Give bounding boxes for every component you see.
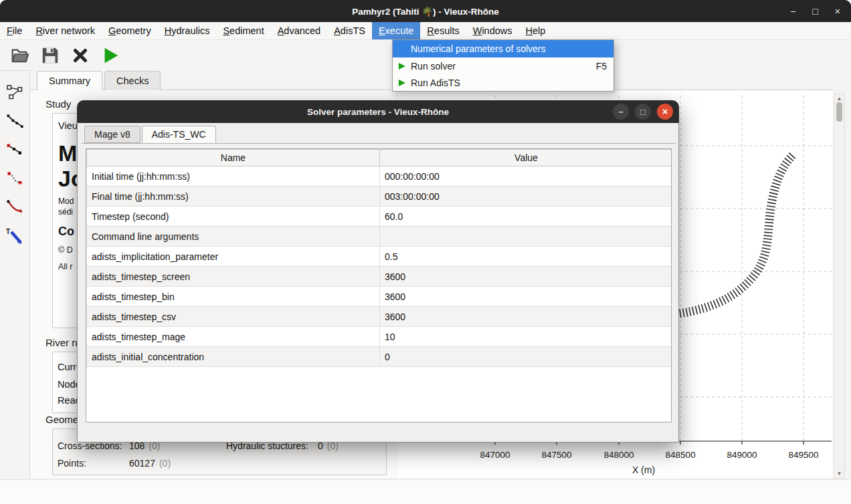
- solver-parameters-dialog: Solver parameters - Vieux-Rhône − □ × Ma…: [77, 100, 679, 443]
- rights-text: All r: [58, 262, 73, 271]
- points-extra: (0): [159, 458, 171, 469]
- left-toolbar-rail: T: [0, 70, 30, 488]
- nodes-icon: [5, 140, 24, 159]
- menu-adists[interactable]: AdisTS: [327, 22, 372, 39]
- param-value[interactable]: 3600: [380, 307, 672, 327]
- dialog-minimize-button[interactable]: −: [613, 104, 629, 120]
- river-network-icon: [5, 83, 24, 102]
- x-axis-label: X (m): [613, 465, 674, 475]
- table-row: Final time (jj:hh:mm:ss)003:00:00:00: [87, 186, 672, 207]
- execute-menu-dropdown: Numerical parameters of solvers Run solv…: [392, 39, 614, 92]
- close-button[interactable]: ×: [835, 6, 840, 17]
- points-label: Points:: [58, 458, 86, 469]
- copyright-text: © D: [58, 245, 73, 255]
- dialog-body: Mage v8 Adis-TS_WC Name Value Initial ti…: [77, 123, 679, 443]
- longitudinal-profile-button[interactable]: [5, 112, 24, 130]
- param-value[interactable]: 000:00:00:00: [380, 166, 672, 186]
- menu-execute[interactable]: Execute: [372, 22, 420, 39]
- param-value[interactable]: 10: [380, 327, 672, 347]
- param-value[interactable]: 3600: [380, 287, 672, 307]
- main-tabbar: Summary Checks: [37, 71, 161, 90]
- tab-mage-v8[interactable]: Mage v8: [84, 126, 140, 143]
- param-value[interactable]: 0.5: [380, 247, 672, 267]
- vertical-scrollbar[interactable]: ▲ ▼: [834, 94, 845, 479]
- table-row: adists_timestep_mage10: [87, 327, 672, 347]
- menu-geometry[interactable]: Geometry: [102, 22, 158, 39]
- menu-file[interactable]: File: [0, 22, 29, 39]
- shortcut-f5: F5: [596, 61, 607, 72]
- delete-button[interactable]: [68, 43, 92, 68]
- dialog-title: Solver parameters - Vieux-Rhône: [307, 107, 449, 117]
- nodes-button[interactable]: [5, 140, 24, 159]
- menu-hydraulics[interactable]: Hydraulics: [158, 22, 217, 39]
- tab-adis-ts-wc[interactable]: Adis-TS_WC: [142, 126, 216, 143]
- menu-advanced[interactable]: Advanced: [271, 22, 328, 39]
- lateral-contribution-button[interactable]: T: [5, 227, 24, 245]
- save-floppy-icon: [40, 45, 60, 66]
- window-bottom-strip: [0, 479, 851, 504]
- reach-icon: [5, 169, 24, 188]
- play-icon: [100, 45, 120, 66]
- open-file-button[interactable]: [8, 43, 32, 68]
- table-row: adists_implicitation_parameter0.5: [87, 247, 672, 267]
- longitudinal-profile-icon: [5, 112, 24, 130]
- menu-help[interactable]: Help: [519, 22, 553, 39]
- points-value: 60127(0): [129, 458, 171, 469]
- x-tick-0: 847000: [465, 450, 525, 460]
- about-logo-line1: M: [58, 140, 77, 166]
- menu-sediment[interactable]: Sediment: [216, 22, 270, 39]
- param-value[interactable]: 0: [380, 347, 672, 367]
- dialog-maximize-button[interactable]: □: [635, 104, 651, 120]
- param-name: Initial time (jj:hh:mm:ss): [87, 166, 380, 186]
- table-row: adists_timestep_screen3600: [87, 267, 672, 287]
- x-tick-1: 847500: [527, 450, 587, 460]
- menu-item-run-adists[interactable]: Run AdisTS: [393, 74, 613, 91]
- param-name: adists_implicitation_parameter: [87, 247, 380, 267]
- table-row: Command line arguments: [87, 227, 672, 247]
- tab-checks[interactable]: Checks: [104, 71, 161, 90]
- tab-summary[interactable]: Summary: [37, 71, 102, 90]
- hydrograph-button[interactable]: [5, 198, 24, 217]
- param-name: Final time (jj:hh:mm:ss): [87, 186, 380, 207]
- river-reach-path: [680, 155, 793, 313]
- close-x-icon: [70, 45, 90, 66]
- dialog-controls: − □ ×: [613, 104, 673, 120]
- x-tick-4: 849000: [712, 450, 772, 460]
- reach-button[interactable]: [5, 169, 24, 188]
- x-tick-2: 848000: [589, 450, 649, 460]
- menu-results[interactable]: Results: [420, 22, 466, 39]
- param-value[interactable]: [380, 227, 672, 247]
- river-network-button[interactable]: [5, 83, 24, 102]
- maximize-button[interactable]: □: [812, 6, 818, 17]
- param-name: Command line arguments: [87, 227, 380, 247]
- hydrograph-icon: [5, 198, 24, 217]
- parameters-table: Name Value Initial time (jj:hh:mm:ss)000…: [86, 148, 672, 422]
- scroll-up-arrow-icon[interactable]: ▲: [834, 96, 844, 102]
- table-row: adists_initial_concentration0: [87, 347, 672, 367]
- minimize-button[interactable]: −: [790, 6, 795, 17]
- menu-item-run-solver[interactable]: Run solver F5: [393, 57, 613, 74]
- save-button[interactable]: [38, 43, 62, 68]
- play-icon: [397, 61, 406, 70]
- dialog-titlebar: Solver parameters - Vieux-Rhône − □ ×: [77, 100, 679, 123]
- param-value[interactable]: 003:00:00:00: [380, 186, 672, 207]
- scrollbar-thumb[interactable]: [836, 102, 842, 122]
- menu-windows[interactable]: Windows: [466, 22, 519, 39]
- dialog-close-button[interactable]: ×: [657, 104, 673, 120]
- menu-item-numerical-parameters[interactable]: Numerical parameters of solvers: [393, 40, 613, 57]
- param-value[interactable]: 3600: [380, 267, 672, 287]
- svg-text:T: T: [6, 228, 10, 235]
- param-name: Timestep (second): [87, 207, 380, 227]
- param-name: adists_timestep_screen: [87, 267, 380, 287]
- play-icon: [397, 78, 406, 87]
- column-header-name: Name: [87, 150, 380, 166]
- geometry-section-label: Geome: [45, 414, 78, 425]
- scroll-down-arrow-icon[interactable]: ▼: [834, 471, 844, 477]
- window-titlebar: Pamhyr2 (Tahiti 🌴) - Vieux-Rhône − □ ×: [0, 0, 851, 22]
- run-solver-button[interactable]: [98, 43, 122, 68]
- x-tick-5: 849500: [773, 450, 834, 460]
- table-header-row: Name Value: [87, 150, 672, 166]
- param-value[interactable]: 60.0: [380, 207, 672, 227]
- lateral-contribution-icon: T: [5, 227, 24, 245]
- menu-river-network[interactable]: River network: [29, 22, 102, 39]
